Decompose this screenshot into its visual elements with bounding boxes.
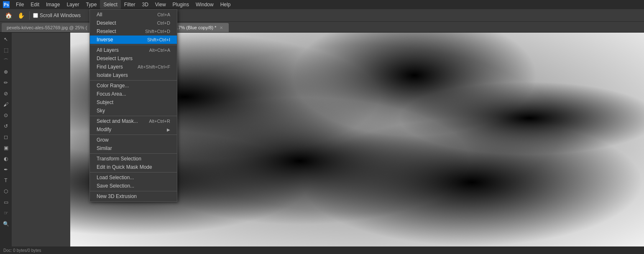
menu-plugins[interactable]: Plugins: [169, 0, 192, 9]
menu-item-all-label: All: [97, 12, 102, 18]
menu-item-select-and-mask-label: Select and Mask...: [97, 118, 138, 124]
menu-item-deselect[interactable]: Deselect Ctrl+D: [90, 19, 177, 27]
menu-item-focus-area-label: Focus Area...: [97, 91, 126, 97]
menu-item-edit-quick-mask-label: Edit in Quick Mask Mode: [97, 164, 152, 170]
separator-5: [90, 153, 177, 154]
menu-item-sky[interactable]: Sky: [90, 107, 177, 115]
menu-item-grow[interactable]: Grow: [90, 136, 177, 144]
scroll-all-windows-input[interactable]: [33, 13, 38, 18]
menu-item-all-layers[interactable]: All Layers Alt+Ctrl+A: [90, 46, 177, 54]
separator-1: [90, 45, 177, 45]
status-text: Doc: 0 bytes/0 bytes: [3, 248, 41, 253]
menu-item-modify-arrow: ▶: [167, 127, 170, 132]
menu-item-select-and-mask[interactable]: Select and Mask... Alt+Ctrl+R: [90, 117, 177, 125]
menu-item-select-and-mask-shortcut: Alt+Ctrl+R: [149, 119, 170, 124]
gradient-tool[interactable]: ▣: [1, 143, 11, 153]
history-tool[interactable]: ↺: [1, 121, 11, 131]
hand-tool[interactable]: ☞: [1, 208, 11, 218]
menu-layer[interactable]: Layer: [63, 0, 82, 9]
menu-item-subject[interactable]: Subject: [90, 98, 177, 107]
shape-tool[interactable]: ▭: [1, 197, 11, 207]
menu-item-modify[interactable]: Modify ▶: [90, 125, 177, 134]
burn-tool[interactable]: ◐: [1, 154, 11, 164]
menu-help[interactable]: Help: [217, 0, 234, 9]
eraser-tool[interactable]: ◻: [1, 132, 11, 142]
brush-tool[interactable]: 🖌: [1, 99, 11, 109]
menu-item-focus-area[interactable]: Focus Area...: [90, 90, 177, 98]
menu-item-find-layers[interactable]: Find Layers Alt+Shift+Ctrl+F: [90, 63, 177, 71]
separator-4: [90, 135, 177, 135]
app-logo: Ps: [2, 0, 11, 9]
menu-item-find-layers-label: Find Layers: [97, 64, 123, 70]
menu-item-save-selection-label: Save Selection...: [97, 183, 134, 189]
menu-view[interactable]: View: [152, 0, 169, 9]
menu-window[interactable]: Window: [192, 0, 217, 9]
menu-item-grow-label: Grow: [97, 137, 109, 143]
hand-tool-button[interactable]: ✋: [16, 10, 26, 20]
select-dropdown-menu: All Ctrl+A Deselect Ctrl+D Reselect Shif…: [89, 9, 177, 202]
zoom-tool[interactable]: 🔍: [1, 219, 11, 229]
menu-item-inverse-label: Inverse: [97, 37, 113, 43]
separator-3: [90, 116, 177, 116]
clone-tool[interactable]: ⊙: [1, 110, 11, 120]
menu-item-reselect[interactable]: Reselect Shift+Ctrl+D: [90, 27, 177, 36]
menu-type[interactable]: Type: [82, 0, 100, 9]
home-button[interactable]: 🏠: [3, 10, 13, 20]
menu-item-deselect-layers[interactable]: Deselect Layers: [90, 54, 177, 63]
menubar: Ps File Edit Image Layer Type Select Fil…: [0, 0, 644, 9]
toolbar-separator-1: [29, 11, 30, 20]
menu-item-new-3d-extrusion-label: New 3D Extrusion: [97, 193, 137, 199]
tab-1[interactable]: pexels-krivec-ales-552769.jpg @ 25% (: [2, 23, 92, 32]
menu-item-load-selection[interactable]: Load Selection...: [90, 173, 177, 182]
menu-item-modify-label: Modify: [97, 127, 111, 132]
menu-item-reselect-shortcut: Shift+Ctrl+D: [145, 29, 170, 34]
tab-2-close[interactable]: ✕: [219, 25, 224, 30]
separator-7: [90, 191, 177, 191]
menu-item-all-layers-label: All Layers: [97, 47, 119, 53]
menu-item-reselect-label: Reselect: [97, 28, 116, 34]
menu-item-color-range-label: Color Range...: [97, 83, 129, 89]
menu-file[interactable]: File: [13, 0, 27, 9]
separator-2: [90, 80, 177, 81]
separator-6: [90, 172, 177, 173]
menu-item-transform-selection-label: Transform Selection: [97, 156, 141, 162]
pen-tool[interactable]: ✒: [1, 165, 11, 175]
menu-item-transform-selection[interactable]: Transform Selection: [90, 155, 177, 163]
menu-item-all-layers-shortcut: Alt+Ctrl+A: [149, 48, 170, 53]
move-tool[interactable]: ↖: [1, 34, 11, 44]
menu-image[interactable]: Image: [43, 0, 63, 9]
status-bar: Doc: 0 bytes/0 bytes: [0, 246, 644, 254]
menu-item-deselect-label: Deselect: [97, 20, 116, 26]
menu-filter[interactable]: Filter: [121, 0, 139, 9]
select-tool[interactable]: ⬚: [1, 45, 11, 55]
eyedropper-tool[interactable]: ✏: [1, 78, 11, 88]
menu-item-isolate-layers-label: Isolate Layers: [97, 72, 128, 78]
menu-item-load-selection-label: Load Selection...: [97, 175, 134, 180]
menu-item-all[interactable]: All Ctrl+A: [90, 10, 177, 19]
scroll-all-windows-label: Scroll All Windows: [40, 13, 81, 18]
menu-item-inverse[interactable]: Inverse Shift+Ctrl+I: [90, 36, 177, 44]
menu-item-inverse-shortcut: Shift+Ctrl+I: [147, 37, 170, 42]
lasso-tool[interactable]: ⌒: [1, 56, 11, 66]
crop-tool[interactable]: ⊕: [1, 67, 11, 77]
menu-item-edit-quick-mask[interactable]: Edit in Quick Mask Mode: [90, 163, 177, 171]
healing-tool[interactable]: ⊘: [1, 89, 11, 99]
menu-item-similar-label: Similar: [97, 145, 112, 151]
scroll-all-windows-checkbox[interactable]: Scroll All Windows: [33, 13, 81, 18]
menu-item-all-shortcut: Ctrl+A: [157, 12, 170, 17]
menu-select[interactable]: Select: [100, 0, 120, 9]
menu-item-similar[interactable]: Similar: [90, 144, 177, 152]
menu-3d[interactable]: 3D: [138, 0, 151, 9]
menu-item-sky-label: Sky: [97, 108, 105, 114]
svg-text:Ps: Ps: [4, 3, 9, 7]
text-tool[interactable]: T: [1, 175, 11, 185]
menu-item-save-selection[interactable]: Save Selection...: [90, 182, 177, 190]
menu-item-deselect-shortcut: Ctrl+D: [157, 20, 170, 25]
menu-item-deselect-layers-label: Deselect Layers: [97, 56, 133, 61]
menu-edit[interactable]: Edit: [27, 0, 43, 9]
menu-item-color-range[interactable]: Color Range...: [90, 81, 177, 90]
path-tool[interactable]: ⬡: [1, 186, 11, 196]
menu-item-subject-label: Subject: [97, 99, 113, 105]
menu-item-isolate-layers[interactable]: Isolate Layers: [90, 71, 177, 79]
menu-item-new-3d-extrusion[interactable]: New 3D Extrusion: [90, 192, 177, 201]
